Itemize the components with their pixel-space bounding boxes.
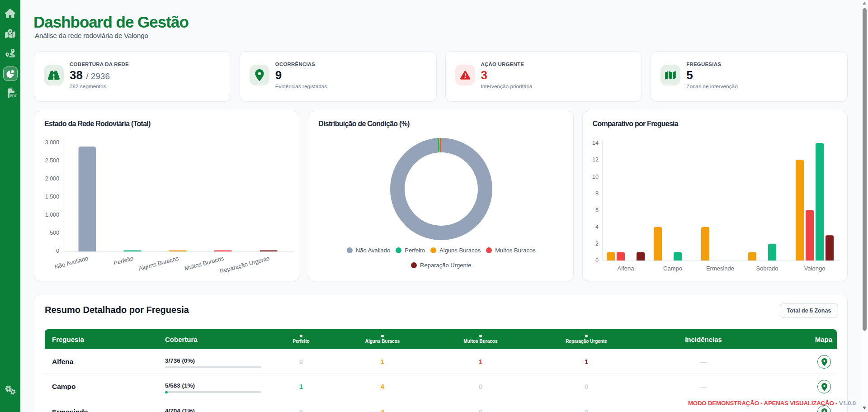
svg-text:3.000: 3.000 xyxy=(45,139,59,146)
svg-text:PDF: PDF xyxy=(9,94,17,98)
svg-text:0: 0 xyxy=(56,248,59,254)
svg-text:4: 4 xyxy=(595,224,599,230)
svg-text:Ermesinde: Ermesinde xyxy=(706,265,734,272)
svg-text:2.500: 2.500 xyxy=(45,157,59,164)
svg-text:Sobrado: Sobrado xyxy=(756,265,778,272)
svg-text:2: 2 xyxy=(595,241,599,247)
svg-text:6: 6 xyxy=(595,207,599,213)
svg-text:12: 12 xyxy=(592,156,599,163)
svg-text:14: 14 xyxy=(592,140,599,146)
svg-text:Campo: Campo xyxy=(663,265,682,272)
svg-text:1.500: 1.500 xyxy=(45,194,59,200)
svg-text:8: 8 xyxy=(595,190,599,197)
svg-text:Reparação Urgente: Reparação Urgente xyxy=(219,255,270,275)
svg-text:1.000: 1.000 xyxy=(45,212,59,218)
svg-text:Valongo: Valongo xyxy=(804,265,825,272)
svg-text:Alfena: Alfena xyxy=(617,265,634,272)
svg-text:10: 10 xyxy=(592,174,599,180)
svg-text:Alguns Buracos: Alguns Buracos xyxy=(138,255,179,272)
svg-text:Perfeito: Perfeito xyxy=(113,255,134,266)
svg-text:2.000: 2.000 xyxy=(45,175,59,182)
svg-text:Muitos Buracos: Muitos Buracos xyxy=(184,255,225,272)
svg-text:0: 0 xyxy=(595,257,599,264)
svg-text:500: 500 xyxy=(50,230,59,236)
svg-text:Não Avaliado: Não Avaliado xyxy=(54,255,89,270)
